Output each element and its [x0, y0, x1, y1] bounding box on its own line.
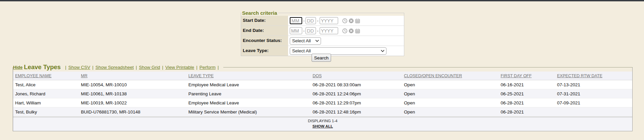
cell-expected-rtw-date: 07-13-2021 [555, 80, 632, 89]
cell-dos: 06-28-2021 12:24:06pm [311, 89, 402, 98]
show-grid-link[interactable]: Show Grid [139, 65, 160, 70]
encounter-status-row: Encounter Status: Select All [241, 36, 404, 46]
search-criteria-legend: Search criteria [242, 10, 278, 16]
col-header-closed-open-encounter[interactable]: CLOSED/OPEN ENCOUNTER [402, 72, 499, 80]
cell-dos: 06-28-2021 12:48:16pm [311, 107, 402, 116]
cell-encounter-status: Open [402, 80, 499, 89]
clock-icon[interactable] [342, 28, 348, 34]
cell-employee-name: Test, Alice [13, 80, 79, 89]
cell-mr: MIE-10061, MR-10138 [79, 89, 186, 98]
encounter-status-select[interactable]: Select All [290, 37, 321, 45]
cell-mr: MIE-10054, MR-10010 [79, 80, 186, 89]
link-separator: | [196, 65, 197, 70]
table-row[interactable]: Hart, William MIE-10019, MR-10022 Employ… [13, 98, 632, 107]
leave-types-header: Hide Leave Types | Show CSV | Show Sprea… [13, 62, 633, 72]
date-separator: - [303, 28, 305, 33]
start-date-field: - - [288, 16, 404, 26]
section-title: Leave Types [24, 63, 61, 71]
end-date-month-input[interactable] [290, 27, 302, 34]
show-all-link[interactable]: SHOW ALL [313, 124, 333, 128]
table-header-row: EMPLOYEE NAME MR LEAVE TYPE DOS CLOSED/O… [13, 72, 632, 80]
search-button[interactable]: Search [312, 54, 331, 62]
col-header-dos[interactable]: DOS [311, 72, 402, 80]
cell-expected-rtw-date: 07-31-2021 [555, 89, 632, 98]
cell-first-day-off: 06-16-2021 [499, 80, 555, 89]
show-csv-link[interactable]: Show CSV [68, 65, 90, 70]
cell-first-day-off: 06-25-2021 [499, 89, 555, 98]
encounter-status-label: Encounter Status: [241, 36, 288, 46]
leave-type-field: Select All [288, 46, 404, 56]
cell-employee-name: Jones, Richard [13, 89, 79, 98]
end-date-day-input[interactable] [306, 27, 316, 34]
date-separator: - [317, 18, 318, 23]
show-spreadsheet-link[interactable]: Show Spreadsheet [95, 65, 134, 70]
cell-dos: 06-28-2021 08:33:00am [311, 80, 402, 89]
table-footer: DISPLAYING 1-4 SHOW ALL [13, 118, 632, 131]
end-date-row: End Date: - - [241, 26, 404, 36]
calendar-icon[interactable] [355, 18, 360, 24]
cell-employee-name: Hart, William [13, 98, 79, 107]
link-separator: | [162, 65, 164, 70]
start-date-label: Start Date: [241, 16, 288, 26]
start-date-month-input[interactable] [290, 17, 302, 24]
view-printable-link[interactable]: View Printable [165, 65, 194, 70]
cell-encounter-status: Open [402, 98, 499, 107]
cell-leave-type: Employee Medical Leave [186, 80, 311, 89]
cell-mr: BUID-U76881730, MR-10148 [79, 107, 186, 116]
col-header-mr[interactable]: MR [79, 72, 186, 80]
clear-icon[interactable] [349, 28, 354, 34]
link-separator: | [92, 65, 94, 70]
start-date-year-input[interactable] [320, 17, 338, 24]
cell-expected-rtw-date: 07-09-2021 [555, 98, 632, 107]
clear-icon[interactable] [349, 18, 354, 24]
cell-first-day-off: 06-28-2021 [499, 107, 555, 116]
table-row[interactable]: Test, Alice MIE-10054, MR-10010 Employee… [13, 80, 632, 89]
col-header-leave-type[interactable]: LEAVE TYPE [186, 72, 311, 80]
end-date-field: - - [288, 26, 404, 36]
table-row[interactable]: Jones, Richard MIE-10061, MR-10138 Paren… [13, 89, 632, 98]
cell-encounter-status: Open [402, 107, 499, 116]
col-header-expected-rtw-date[interactable]: EXPECTED RTW DATE [555, 72, 632, 80]
end-date-label: End Date: [241, 26, 288, 36]
clock-icon[interactable] [342, 18, 348, 24]
start-date-day-input[interactable] [306, 17, 316, 24]
cell-employee-name: Test, Bulky [13, 107, 79, 116]
leave-type-select[interactable]: Select All [290, 47, 386, 55]
leave-type-label: Leave Type: [241, 46, 288, 56]
date-separator: - [303, 18, 305, 23]
perform-link[interactable]: Perform [199, 65, 216, 70]
end-date-year-input[interactable] [320, 27, 338, 34]
search-criteria-fieldset: Search criteria Start Date: - - End [241, 10, 404, 56]
hide-link[interactable]: Hide [13, 65, 22, 70]
col-header-employee-name[interactable]: EMPLOYEE NAME [13, 72, 79, 80]
cell-dos: 06-28-2021 12:29:07pm [311, 98, 402, 107]
cell-leave-type: Employee Medical Leave [186, 98, 311, 107]
cell-leave-type: Parenting Leave [186, 89, 311, 98]
date-separator: - [317, 28, 318, 33]
link-separator: | [218, 65, 219, 70]
encounter-status-field: Select All [288, 36, 404, 46]
leave-types-panel: EMPLOYEE NAME MR LEAVE TYPE DOS CLOSED/O… [13, 67, 633, 131]
top-border-bar [0, 0, 644, 1]
calendar-icon[interactable] [355, 28, 360, 34]
link-separator: | [136, 65, 137, 70]
cell-expected-rtw-date [555, 107, 632, 116]
table-row[interactable]: Test, Bulky BUID-U76881730, MR-10148 Mil… [13, 107, 632, 116]
cell-first-day-off: 06-28-2021 [499, 98, 555, 107]
link-separator: | [65, 65, 66, 70]
cell-mr: MIE-10019, MR-10022 [79, 98, 186, 107]
header-rule-line [223, 67, 633, 67]
cell-leave-type: Military Service Member (Medical) [186, 107, 311, 116]
start-date-row: Start Date: - - [241, 16, 404, 26]
leave-types-table: EMPLOYEE NAME MR LEAVE TYPE DOS CLOSED/O… [13, 72, 632, 116]
col-header-first-day-off[interactable]: FIRST DAY OFF [499, 72, 555, 80]
cell-encounter-status: Open [402, 89, 499, 98]
displaying-count: DISPLAYING 1-4 [13, 119, 632, 123]
